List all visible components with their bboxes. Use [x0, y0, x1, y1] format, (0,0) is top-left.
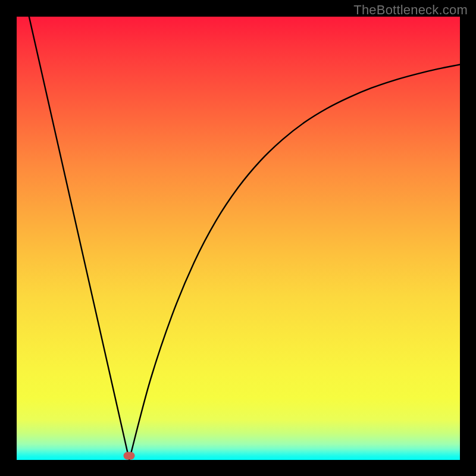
minimum-marker: [124, 452, 135, 459]
curve-svg: [17, 17, 460, 460]
plot-area: [17, 17, 460, 460]
chart-frame: TheBottleneck.com: [0, 0, 476, 476]
watermark-text: TheBottleneck.com: [353, 2, 468, 18]
curve-path: [29, 17, 460, 460]
